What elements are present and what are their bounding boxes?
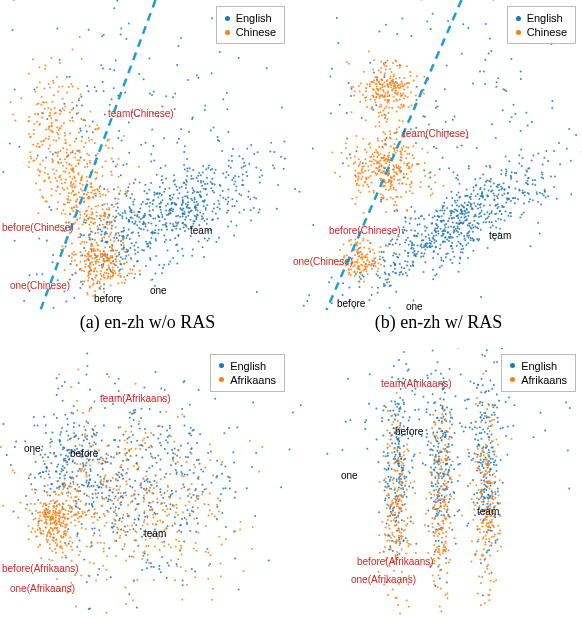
svg-point-1232 [109, 278, 111, 280]
svg-point-3087 [162, 497, 164, 499]
svg-point-1120 [83, 201, 85, 203]
svg-point-1855 [417, 232, 419, 234]
svg-point-4955 [426, 432, 428, 434]
svg-point-499 [131, 242, 133, 244]
svg-point-491 [228, 165, 230, 167]
svg-point-3977 [132, 599, 134, 601]
svg-point-4354 [59, 545, 61, 547]
svg-point-4363 [81, 515, 83, 517]
svg-point-279 [159, 220, 161, 222]
svg-point-2815 [387, 175, 389, 177]
svg-point-1057 [97, 228, 99, 230]
svg-point-4900 [450, 408, 452, 410]
svg-point-1039 [51, 195, 53, 197]
svg-point-276 [196, 177, 198, 179]
svg-point-4248 [38, 527, 40, 529]
svg-point-2117 [369, 242, 371, 244]
svg-point-4912 [438, 545, 440, 547]
svg-point-2240 [416, 99, 418, 101]
svg-point-4723 [399, 426, 401, 428]
svg-point-2164 [451, 210, 453, 212]
svg-point-1212 [120, 240, 122, 242]
svg-point-3423 [57, 463, 59, 465]
svg-point-1036 [96, 172, 98, 174]
svg-point-708 [281, 107, 283, 109]
svg-point-3344 [234, 496, 236, 498]
svg-point-140 [253, 207, 255, 209]
svg-point-1052 [37, 212, 39, 214]
svg-point-2269 [491, 123, 493, 125]
svg-point-3172 [136, 439, 138, 441]
svg-point-2668 [380, 153, 382, 155]
svg-point-151 [179, 216, 181, 218]
svg-point-2770 [399, 170, 401, 172]
svg-point-404 [243, 166, 245, 168]
svg-point-1468 [59, 150, 61, 152]
svg-point-3528 [89, 468, 91, 470]
svg-point-3920 [86, 545, 88, 547]
svg-point-2885 [365, 177, 367, 179]
svg-point-3179 [156, 485, 158, 487]
svg-point-3342 [172, 452, 174, 454]
svg-point-3498 [182, 483, 184, 485]
svg-point-1982 [445, 253, 447, 255]
svg-point-2399 [372, 69, 374, 71]
svg-point-1170 [49, 151, 51, 153]
svg-point-3427 [110, 455, 112, 457]
svg-point-2986 [350, 239, 352, 241]
svg-point-5003 [442, 532, 444, 534]
svg-point-5325 [481, 463, 483, 465]
svg-point-5001 [444, 484, 446, 486]
svg-point-3277 [252, 401, 254, 403]
svg-point-3103 [77, 483, 79, 485]
svg-point-4838 [438, 419, 440, 421]
svg-point-843 [62, 165, 64, 167]
svg-point-4385 [53, 533, 55, 535]
svg-point-1850 [386, 281, 388, 283]
svg-point-258 [130, 247, 132, 249]
svg-point-2591 [375, 172, 377, 174]
svg-point-2298 [349, 154, 351, 156]
svg-point-4070 [178, 449, 180, 451]
svg-point-5544 [480, 518, 482, 520]
svg-point-1276 [101, 238, 103, 240]
svg-point-3139 [209, 563, 211, 565]
svg-point-3429 [174, 447, 176, 449]
svg-point-5465 [480, 454, 482, 456]
svg-point-2238 [330, 112, 332, 114]
svg-point-2401 [393, 73, 395, 75]
svg-point-1467 [80, 118, 82, 120]
svg-point-2962 [353, 271, 355, 273]
svg-point-5444 [488, 470, 490, 472]
svg-point-2832 [363, 212, 365, 214]
svg-point-4382 [76, 500, 78, 502]
svg-point-951 [53, 173, 55, 175]
svg-point-2373 [365, 90, 367, 92]
svg-point-3817 [173, 440, 175, 442]
svg-point-1122 [108, 147, 110, 149]
svg-point-2099 [371, 260, 373, 262]
svg-point-1679 [460, 248, 462, 250]
svg-point-7 [217, 218, 219, 220]
svg-point-2036 [442, 207, 444, 209]
svg-point-3293 [169, 508, 171, 510]
svg-point-3199 [85, 373, 87, 375]
svg-point-2001 [454, 230, 456, 232]
svg-point-4561 [407, 369, 409, 371]
svg-point-2549 [396, 65, 398, 67]
svg-point-2246 [468, 168, 470, 170]
svg-point-3976 [104, 525, 106, 527]
svg-point-3960 [103, 542, 105, 544]
svg-point-3597 [56, 417, 58, 419]
svg-point-3571 [66, 463, 68, 465]
svg-point-1616 [468, 211, 470, 213]
svg-point-2568 [387, 100, 389, 102]
svg-point-5327 [488, 436, 490, 438]
svg-point-3226 [118, 390, 120, 392]
svg-point-3918 [124, 586, 126, 588]
svg-point-3848 [70, 584, 72, 586]
svg-point-1367 [131, 258, 133, 260]
svg-point-3948 [127, 468, 129, 470]
svg-point-2104 [467, 242, 469, 244]
svg-point-1973 [457, 222, 459, 224]
